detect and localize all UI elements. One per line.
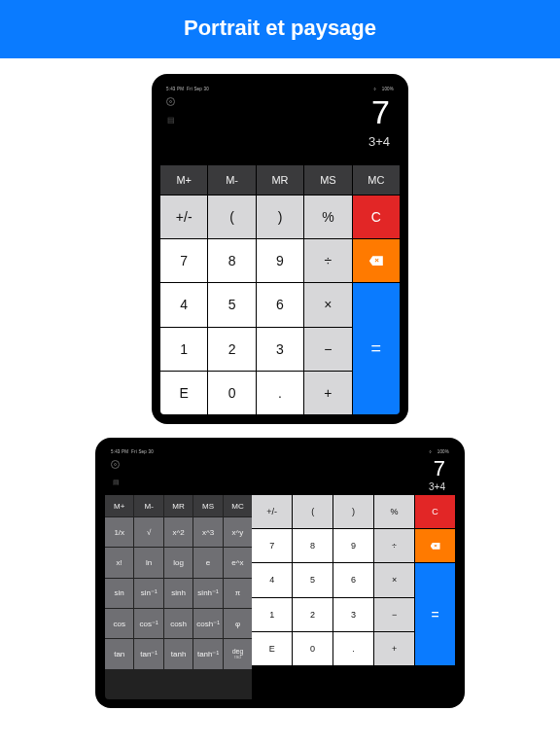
- cube-button[interactable]: x^3: [193, 517, 222, 547]
- equals-button[interactable]: =: [415, 563, 455, 665]
- cos-button[interactable]: cos: [105, 609, 133, 638]
- plus-minus-button[interactable]: +/-: [160, 196, 207, 238]
- keypad-portrait: M+ M- MR MS MC +/- ( ) % C 7 8 9 ÷ 4 5 6…: [160, 165, 400, 414]
- atan-button[interactable]: tan⁻¹: [134, 639, 162, 668]
- mem-clear-button[interactable]: MC: [353, 165, 400, 195]
- digit-6-button[interactable]: 6: [333, 563, 373, 596]
- digit-5-button[interactable]: 5: [208, 283, 255, 326]
- mem-store-button[interactable]: MS: [193, 495, 222, 516]
- sinh-button[interactable]: sinh: [164, 579, 192, 608]
- decimal-button[interactable]: .: [333, 632, 373, 665]
- history-icon[interactable]: ▤: [166, 116, 175, 124]
- atanh-button[interactable]: tanh⁻¹: [193, 639, 222, 668]
- exp-e-button[interactable]: E: [160, 372, 207, 414]
- rparen-button[interactable]: ): [257, 196, 303, 238]
- mem-plus-button[interactable]: M+: [105, 495, 133, 516]
- display-result: 7: [170, 95, 390, 128]
- subtract-button[interactable]: −: [304, 328, 351, 371]
- exp-button[interactable]: e^x: [224, 548, 252, 577]
- digit-7-button[interactable]: 7: [252, 529, 292, 562]
- status-time: 5:43 PM Fri Sep 30: [166, 87, 209, 91]
- calc-display: ▤ 7 3+4: [160, 93, 400, 165]
- acos-button[interactable]: cos⁻¹: [134, 609, 162, 638]
- ipad-landscape-frame: 5:43 PM Fri Sep 30 ᯤ100% ▤ 7 3+4 M+ M- M…: [95, 438, 465, 708]
- lparen-button[interactable]: (: [293, 495, 332, 528]
- display-result: 7: [115, 458, 445, 480]
- digit-4-button[interactable]: 4: [160, 283, 207, 326]
- mem-plus-button[interactable]: M+: [160, 165, 207, 195]
- subtract-button[interactable]: −: [374, 598, 414, 631]
- mem-minus-button[interactable]: M-: [134, 495, 162, 516]
- digit-3-button[interactable]: 3: [257, 328, 303, 371]
- digit-1-button[interactable]: 1: [160, 328, 207, 371]
- square-button[interactable]: x^2: [164, 517, 192, 547]
- backspace-button[interactable]: [353, 239, 400, 282]
- factorial-button[interactable]: x!: [105, 548, 133, 577]
- numeric-pad: +/- ( ) % C 7 8 9 ÷ 4 5 6 × = 1 2: [252, 495, 455, 699]
- multiply-button[interactable]: ×: [304, 283, 351, 326]
- sin-button[interactable]: sin: [105, 579, 133, 608]
- digit-3-button[interactable]: 3: [333, 598, 373, 631]
- ln-button[interactable]: ln: [134, 548, 162, 577]
- tan-button[interactable]: tan: [105, 639, 133, 668]
- deg-rad-button[interactable]: degrad: [224, 639, 252, 668]
- digit-1-button[interactable]: 1: [252, 598, 292, 631]
- mem-recall-button[interactable]: MR: [257, 165, 303, 195]
- sqrt-button[interactable]: √: [134, 517, 162, 547]
- digit-0-button[interactable]: 0: [293, 632, 332, 665]
- clear-button[interactable]: C: [353, 196, 400, 238]
- status-right: ᯤ100%: [373, 87, 394, 91]
- backspace-icon: [369, 256, 383, 266]
- log-button[interactable]: log: [164, 548, 192, 577]
- digit-9-button[interactable]: 9: [333, 529, 373, 562]
- decimal-button[interactable]: .: [257, 372, 303, 414]
- add-button[interactable]: +: [374, 632, 414, 665]
- digit-4-button[interactable]: 4: [252, 563, 292, 596]
- digit-2-button[interactable]: 2: [293, 598, 332, 631]
- calc-display: ▤ 7 3+4: [105, 456, 455, 495]
- device-showcase: 5:43 PM Fri Sep 30 ᯤ100% ▤ 7 3+4 M+ M- M…: [0, 58, 560, 708]
- backspace-button[interactable]: [415, 529, 455, 562]
- clear-button[interactable]: C: [415, 495, 455, 528]
- power-button[interactable]: x^y: [224, 517, 252, 547]
- pi-button[interactable]: π: [224, 579, 252, 608]
- plus-minus-button[interactable]: +/-: [252, 495, 292, 528]
- euler-button[interactable]: e: [193, 548, 222, 577]
- percent-button[interactable]: %: [374, 495, 414, 528]
- divide-button[interactable]: ÷: [304, 239, 351, 282]
- digit-6-button[interactable]: 6: [257, 283, 303, 326]
- mem-clear-button[interactable]: MC: [224, 495, 252, 516]
- status-right: ᯤ100%: [429, 449, 449, 454]
- digit-8-button[interactable]: 8: [293, 529, 332, 562]
- asin-button[interactable]: sin⁻¹: [134, 579, 162, 608]
- mem-minus-button[interactable]: M-: [208, 165, 255, 195]
- mem-recall-button[interactable]: MR: [164, 495, 192, 516]
- cosh-button[interactable]: cosh: [164, 609, 192, 638]
- rparen-button[interactable]: ): [333, 495, 373, 528]
- equals-button[interactable]: =: [353, 283, 400, 414]
- digit-5-button[interactable]: 5: [293, 563, 332, 596]
- battery-icon: 100%: [382, 87, 394, 91]
- percent-button[interactable]: %: [304, 196, 351, 238]
- add-button[interactable]: +: [304, 372, 351, 414]
- backspace-icon: [431, 543, 440, 550]
- digit-7-button[interactable]: 7: [160, 239, 207, 282]
- multiply-button[interactable]: ×: [374, 563, 414, 596]
- exp-e-button[interactable]: E: [252, 632, 292, 665]
- acosh-button[interactable]: cosh⁻¹: [193, 609, 222, 638]
- mem-store-button[interactable]: MS: [304, 165, 351, 195]
- lparen-button[interactable]: (: [208, 196, 255, 238]
- phi-button[interactable]: φ: [224, 609, 252, 638]
- status-bar: 5:43 PM Fri Sep 30 ᯤ100%: [160, 84, 400, 93]
- reciprocal-button[interactable]: 1/x: [105, 517, 133, 547]
- history-icon[interactable]: ▤: [111, 479, 120, 486]
- digit-2-button[interactable]: 2: [208, 328, 255, 371]
- gear-icon[interactable]: [111, 460, 120, 469]
- gear-icon[interactable]: [166, 97, 175, 106]
- digit-9-button[interactable]: 9: [257, 239, 303, 282]
- tanh-button[interactable]: tanh: [164, 639, 192, 668]
- digit-0-button[interactable]: 0: [208, 372, 255, 414]
- divide-button[interactable]: ÷: [374, 529, 414, 562]
- asinh-button[interactable]: sinh⁻¹: [193, 579, 222, 608]
- digit-8-button[interactable]: 8: [208, 239, 255, 282]
